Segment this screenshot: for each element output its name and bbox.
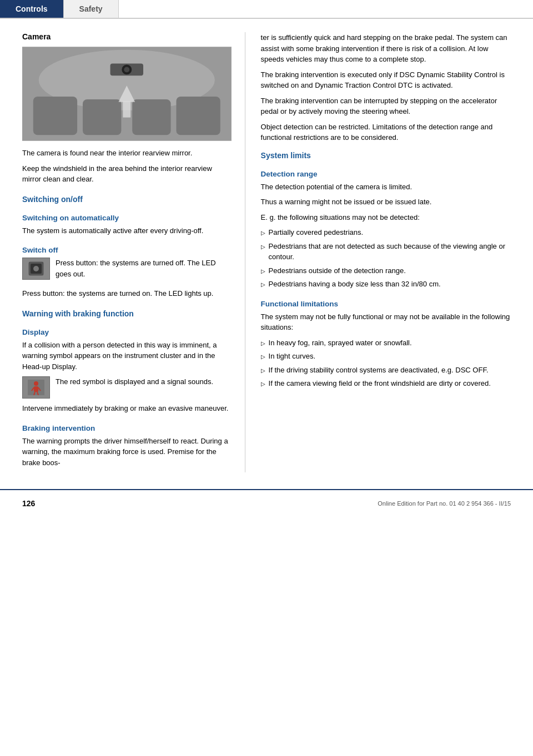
bullet-item: In heavy fog, rain, sprayed water or sno… [261,337,511,349]
bullet-item: Pedestrians having a body size less than… [261,279,511,290]
detection-range-text2: Thus a warning might not be issued or be… [261,196,511,208]
braking-title: Braking intervention [22,424,232,432]
functional-limitations-text1: The system may not be fully functional o… [261,311,511,333]
switching-title: Switching on/off [22,195,232,204]
switch-off-title: Switch off [22,246,232,254]
switch-off-icon-row: Press button: the systems are turned off… [22,258,232,284]
camera-section: Camera [22,32,232,185]
svg-point-13 [33,266,39,271]
switching-auto-title: Switching on automatically [22,214,232,222]
bullet-item: Partially covered pedestrians. [261,227,511,238]
page-number: 126 [22,499,35,508]
display-text: If a collision with a person detected in… [22,340,232,372]
bullet-item: In tight curves. [261,351,511,362]
camera-title: Camera [22,32,232,41]
system-limits-section: System limits Detection range The detect… [261,151,511,389]
para3: The braking intervention can be interrup… [261,95,511,117]
switch-off-text2: Press button: the systems are turned on.… [22,288,232,299]
detection-range-title: Detection range [261,170,511,178]
tab-controls[interactable]: Controls [0,0,64,18]
left-column: Camera [0,32,245,472]
switch-off-text1: Press button: the systems are turned off… [56,258,232,279]
bullet-item: If the driving stability control systems… [261,365,511,376]
warning-person-icon [22,376,50,399]
detection-range-text3: E. g. the following situations may not b… [261,212,511,223]
continuation-text: ter is sufficiently quick and hard stepp… [261,32,511,65]
display-icon-row: The red symbol is displayed and a signal… [22,376,232,399]
svg-rect-5 [176,97,220,135]
switch-off-button-icon [22,258,50,280]
functional-limitations-title: Functional limitations [261,300,511,308]
svg-rect-4 [132,99,170,135]
system-limits-title: System limits [261,151,511,160]
tab-safety[interactable]: Safety [64,0,119,18]
svg-point-8 [124,67,129,72]
warning-title: Warning with braking function [22,309,232,318]
para4: Object detection can be restricted. Limi… [261,122,511,143]
camera-text2: Keep the windshield in the area behind t… [22,163,232,185]
functional-limitations-section: Functional limitations The system may no… [261,300,511,389]
bullet-item: If the camera viewing field or the front… [261,378,511,389]
bullet-item: Pedestrians outside of the detection ran… [261,265,511,276]
para2: The braking intervention is executed onl… [261,69,511,91]
warning-section: Warning with braking function Display If… [22,309,232,468]
display-icon-text: The red symbol is displayed and a signal… [56,376,213,387]
switching-section: Switching on/off Switching on automatica… [22,195,232,299]
intervene-text: Intervene immediately by braking or make… [22,403,232,414]
footer-text: Online Edition for Part no. 01 40 2 954 … [378,500,511,507]
detection-range-section: Detection range The detection potential … [261,170,511,290]
svg-rect-10 [123,101,130,118]
bullet-item: Pedestrians that are not detected as suc… [261,241,511,263]
detection-range-text1: The detection potential of the camera is… [261,182,511,193]
functional-limitations-bullets: In heavy fog, rain, sprayed water or sno… [261,337,511,389]
switching-auto-text: The system is automatically active after… [22,225,232,236]
top-navigation: Controls Safety [0,0,533,19]
svg-rect-3 [83,99,121,135]
page-footer: 126 Online Edition for Part no. 01 40 2 … [0,489,533,517]
page-content: Camera [0,19,533,472]
display-title: Display [22,328,232,336]
svg-rect-2 [33,97,77,135]
right-column: ter is sufficiently quick and hard stepp… [245,32,533,472]
camera-text1: The camera is found near the interior re… [22,148,232,159]
camera-image [22,47,232,141]
braking-text: The warning prompts the driver himself/h… [22,436,232,468]
svg-rect-16 [34,386,38,392]
svg-point-15 [34,381,38,386]
detection-range-bullets: Partially covered pedestrians. Pedestria… [261,227,511,290]
